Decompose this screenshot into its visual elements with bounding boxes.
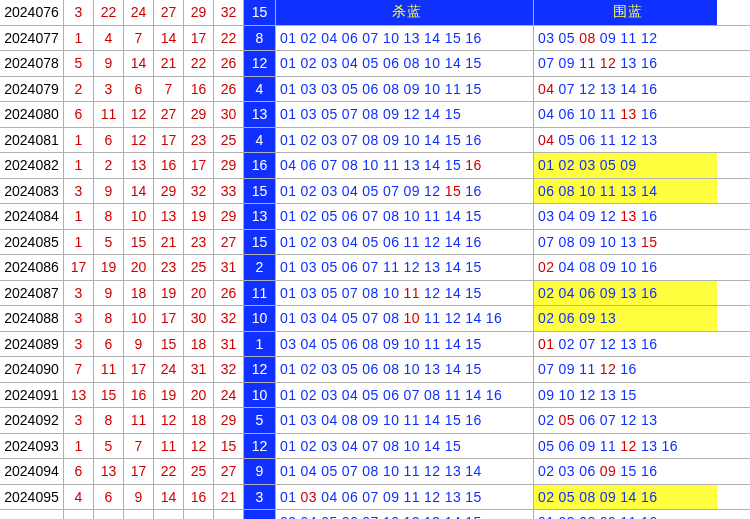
red-ball: 17 — [124, 459, 154, 484]
red-ball: 14 — [124, 51, 154, 76]
red-ball: 26 — [214, 77, 244, 102]
period: 2024093 — [0, 434, 64, 459]
table-row: 2024091131516192024100102030405060708111… — [0, 383, 750, 409]
red-ball: 11 — [94, 102, 124, 127]
red-ball — [214, 510, 244, 519]
blue-ball: 15 — [244, 0, 276, 25]
red-ball: 25 — [184, 255, 214, 280]
red-ball: 13 — [154, 204, 184, 229]
red-ball: 3 — [64, 179, 94, 204]
red-ball: 15 — [124, 230, 154, 255]
red-ball: 8 — [94, 306, 124, 331]
red-ball: 26 — [214, 281, 244, 306]
red-ball: 27 — [154, 102, 184, 127]
kill-blue: 0102030405060708111416 — [276, 383, 534, 408]
red-ball: 7 — [64, 357, 94, 382]
red-ball: 18 — [184, 332, 214, 357]
kill-blue: 杀蓝 — [276, 0, 534, 25]
red-ball: 4 — [94, 26, 124, 51]
red-ball: 25 — [184, 459, 214, 484]
red-ball: 9 — [94, 51, 124, 76]
red-ball: 17 — [184, 26, 214, 51]
red-ball: 29 — [154, 179, 184, 204]
wei-blue: 030409121316 — [534, 204, 717, 229]
red-ball: 20 — [184, 281, 214, 306]
red-ball — [124, 510, 154, 519]
red-ball: 9 — [94, 179, 124, 204]
red-ball: 20 — [124, 255, 154, 280]
red-ball: 31 — [184, 357, 214, 382]
red-ball: 17 — [154, 128, 184, 153]
blue-ball: 10 — [244, 383, 276, 408]
table-row: 2024079236716264010303050608091011150407… — [0, 77, 750, 103]
red-ball: 15 — [154, 332, 184, 357]
blue-ball: 13 — [244, 204, 276, 229]
red-ball: 19 — [154, 281, 184, 306]
table-row: 2024080611122729301301030507080912141504… — [0, 102, 750, 128]
wei-blue: 020506071213 — [534, 408, 717, 433]
kill-blue: 010203040708101415 — [276, 434, 534, 459]
wei-blue: 070809101315 — [534, 230, 717, 255]
table-row: 2024090711172431321201020305060810131415… — [0, 357, 750, 383]
blue-ball: 4 — [244, 77, 276, 102]
period: 2024077 — [0, 26, 64, 51]
red-ball: 3 — [64, 306, 94, 331]
kill-blue: 01030406070911121315 — [276, 485, 534, 510]
wei-blue: 02060913 — [534, 306, 717, 331]
red-ball: 7 — [124, 434, 154, 459]
red-ball: 5 — [94, 434, 124, 459]
period: 2024078 — [0, 51, 64, 76]
kill-blue: 01030507081011121415 — [276, 281, 534, 306]
red-ball: 31 — [214, 255, 244, 280]
blue-ball: 15 — [244, 179, 276, 204]
red-ball: 1 — [64, 230, 94, 255]
red-ball: 1 — [64, 26, 94, 51]
table-row: 02040506071012131415010308091116 — [0, 510, 750, 519]
red-ball: 14 — [154, 485, 184, 510]
red-ball: 1 — [64, 153, 94, 178]
red-ball: 20 — [184, 383, 214, 408]
red-ball: 27 — [214, 459, 244, 484]
red-ball: 6 — [94, 128, 124, 153]
red-ball: 29 — [214, 408, 244, 433]
period: 2024079 — [0, 77, 64, 102]
red-ball: 5 — [94, 230, 124, 255]
red-ball: 1 — [64, 128, 94, 153]
wei-blue: 围蓝 — [534, 0, 717, 25]
blue-ball: 9 — [244, 459, 276, 484]
blue-ball: 1 — [244, 332, 276, 357]
red-ball: 11 — [94, 357, 124, 382]
red-ball: 13 — [64, 383, 94, 408]
red-ball: 30 — [184, 306, 214, 331]
red-ball: 3 — [64, 332, 94, 357]
wei-blue: 040712131416 — [534, 77, 717, 102]
red-ball: 2 — [94, 153, 124, 178]
red-ball: 13 — [124, 153, 154, 178]
period: 2024081 — [0, 128, 64, 153]
kill-blue: 03040506080910111415 — [276, 332, 534, 357]
wei-blue: 020508091416 — [534, 485, 717, 510]
kill-blue: 01020304050608101415 — [276, 51, 534, 76]
kill-blue: 01030506071112131415 — [276, 255, 534, 280]
blue-ball: 13 — [244, 102, 276, 127]
red-ball: 22 — [184, 51, 214, 76]
red-ball: 23 — [184, 230, 214, 255]
table-row: 2024088381017303210010304050708101112141… — [0, 306, 750, 332]
period: 2024085 — [0, 230, 64, 255]
red-ball: 17 — [154, 306, 184, 331]
table-row: 2024095469141621301030406070911121315020… — [0, 485, 750, 511]
red-ball: 32 — [214, 0, 244, 25]
period: 2024084 — [0, 204, 64, 229]
red-ball: 23 — [154, 255, 184, 280]
red-ball: 27 — [214, 230, 244, 255]
red-ball: 15 — [214, 434, 244, 459]
period: 2024089 — [0, 332, 64, 357]
table-row: 2024082121316172916040607081011131415160… — [0, 153, 750, 179]
wei-blue: 020306091516 — [534, 459, 717, 484]
red-ball: 8 — [94, 204, 124, 229]
table-row: 2024092381112182950103040809101114151602… — [0, 408, 750, 434]
red-ball: 33 — [214, 179, 244, 204]
red-ball: 5 — [64, 51, 94, 76]
period: 2024092 — [0, 408, 64, 433]
table-row: 2024086171920232531201030506071112131415… — [0, 255, 750, 281]
